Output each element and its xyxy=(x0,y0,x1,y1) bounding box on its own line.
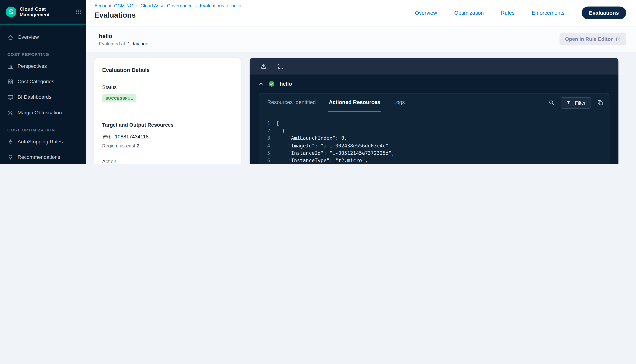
svg-text:aws: aws xyxy=(103,134,110,138)
line-content: "AmiLaunchIndex": 0, xyxy=(276,134,347,142)
line-content: [ xyxy=(276,120,279,127)
copy-icon[interactable] xyxy=(597,100,603,106)
code-line: 1[ xyxy=(261,120,609,127)
evaluation-output-panel: hello Resources Identified Actioned Reso… xyxy=(250,58,618,164)
sidebar-item-cost-categories[interactable]: Cost Categories xyxy=(0,74,86,89)
code-body: hello Resources Identified Actioned Reso… xyxy=(250,74,618,164)
percent-icon xyxy=(7,110,14,116)
nav-overview[interactable]: Overview xyxy=(415,10,437,16)
filter-label: Filter xyxy=(575,100,585,106)
breadcrumb: Account: CCM-NG › Cloud Asset Governance… xyxy=(94,3,241,8)
line-content: "InstanceType": "t2.micro", xyxy=(276,157,368,164)
fullscreen-icon[interactable] xyxy=(277,63,284,70)
app-window: Cloud Cost Management Overview COST REPO… xyxy=(0,0,636,164)
status-badge: SUCCESSFUL xyxy=(102,94,136,102)
evaluation-result-header: hello xyxy=(250,74,618,87)
success-check-icon xyxy=(268,81,274,87)
line-number: 2 xyxy=(261,127,276,134)
line-content: { xyxy=(276,127,285,134)
bar-chart-icon xyxy=(7,63,14,69)
content-area: Evaluation Details Status SUCCESSFUL Tar… xyxy=(86,53,636,164)
module-grid-icon[interactable] xyxy=(76,9,81,15)
home-icon xyxy=(7,34,14,40)
line-content: "InstanceId": "i-00512145e7372325d", xyxy=(276,149,394,157)
tabs-row: Resources Identified Actioned Resources … xyxy=(259,94,609,112)
external-link-icon xyxy=(615,36,621,42)
status-label: Status xyxy=(102,84,233,90)
evaluation-title-block: hello Evaluated at: 1 day ago xyxy=(99,32,148,46)
lightbulb-icon xyxy=(7,154,14,160)
sidebar-item-autostopping-rules[interactable]: AutoStopping Rules xyxy=(0,134,86,149)
code-line: 4 "ImageId": "ami-002438e556dd03e4c", xyxy=(261,142,609,149)
evaluation-name: hello xyxy=(99,32,148,39)
code-line: 2 { xyxy=(261,127,609,134)
open-rule-editor-button[interactable]: Open in Rule Editor xyxy=(560,33,626,46)
breadcrumb-separator-icon: › xyxy=(195,3,197,8)
download-icon[interactable] xyxy=(260,63,267,70)
collapse-chevron-icon[interactable] xyxy=(258,81,264,86)
tab-actioned-resources[interactable]: Actioned Resources xyxy=(328,94,381,112)
region-text: Region: us-east-2 xyxy=(102,144,233,148)
search-icon[interactable] xyxy=(549,100,555,106)
sidebar-item-margin-obfuscation[interactable]: Margin Obfuscation xyxy=(0,105,86,120)
sidebar-item-label: Overview xyxy=(18,34,39,40)
sidebar-group-cost-reporting: COST REPORTING xyxy=(7,52,86,56)
evaluation-details-card: Evaluation Details Status SUCCESSFUL Tar… xyxy=(94,58,241,164)
breadcrumb-separator-icon: › xyxy=(136,3,138,8)
nav-rules[interactable]: Rules xyxy=(501,10,515,16)
tab-actions: Filter xyxy=(549,97,603,108)
tab-resources-identified[interactable]: Resources Identified xyxy=(266,94,316,112)
sidebar-group-cost-optimization: COST OPTIMIZATION xyxy=(7,128,86,132)
breadcrumb-separator-icon: › xyxy=(227,3,228,8)
line-number: 4 xyxy=(261,142,276,149)
evaluated-at: Evaluated at: 1 day ago xyxy=(99,41,148,46)
code-lines[interactable]: 1[2 {3 "AmiLaunchIndex": 0,4 "ImageId": … xyxy=(259,112,609,164)
tab-logs[interactable]: Logs xyxy=(393,94,406,112)
code-line: 6 "InstanceType": "t2.micro", xyxy=(261,157,609,164)
sidebar-item-bi-dashboards[interactable]: BI Dashboards xyxy=(0,89,86,105)
account-id: 108817434118 xyxy=(115,134,149,140)
ccm-logo-icon xyxy=(6,6,16,17)
sidebar-header: Cloud Cost Management xyxy=(0,0,86,24)
line-number: 5 xyxy=(261,149,276,157)
open-rule-editor-label: Open in Rule Editor xyxy=(565,36,613,42)
sidebar-item-label: Margin Obfuscation xyxy=(18,110,62,116)
sidebar-item-label: Perspectives xyxy=(18,63,47,69)
code-toolbar xyxy=(250,58,618,74)
top-header: Account: CCM-NG › Cloud Asset Governance… xyxy=(86,0,636,26)
line-number: 6 xyxy=(261,157,276,164)
evaluated-at-label: Evaluated at: xyxy=(99,41,126,46)
account-row: aws 108817434118 xyxy=(102,134,233,140)
card-divider xyxy=(102,112,233,112)
resources-viewer-card: Resources Identified Actioned Resources … xyxy=(259,93,609,164)
line-number: 3 xyxy=(261,134,276,142)
app-title: Cloud Cost Management xyxy=(20,6,50,18)
line-number: 1 xyxy=(261,120,276,127)
evaluation-result-title: hello xyxy=(279,81,292,87)
sidebar-item-overview[interactable]: Overview xyxy=(0,30,86,45)
dashboard-icon xyxy=(7,94,14,100)
sidebar: Cloud Cost Management Overview COST REPO… xyxy=(0,0,86,164)
evaluated-at-value: 1 day ago xyxy=(128,41,148,46)
nav-enforcements[interactable]: Enforcements xyxy=(532,10,564,16)
card-title: Evaluation Details xyxy=(102,67,233,73)
sidebar-item-perspectives[interactable]: Perspectives xyxy=(0,58,86,74)
sidebar-item-label: Cost Categories xyxy=(18,79,54,84)
sidebar-item-recommendations[interactable]: Recommendations xyxy=(0,150,86,164)
sidebar-item-label: AutoStopping Rules xyxy=(18,139,63,144)
breadcrumb-evaluations[interactable]: Evaluations xyxy=(200,3,224,8)
code-line: 3 "AmiLaunchIndex": 0, xyxy=(261,134,609,142)
breadcrumb-hello[interactable]: hello xyxy=(231,3,241,8)
sidebar-item-label: BI Dashboards xyxy=(18,94,52,100)
nav-evaluations-active[interactable]: Evaluations xyxy=(582,6,626,19)
aws-logo-icon: aws xyxy=(102,134,112,140)
code-line: 5 "InstanceId": "i-00512145e7372325d", xyxy=(261,149,609,157)
sidebar-item-label: Recommendations xyxy=(18,154,60,160)
governance-tabs: Overview Optimization Rules Enforcements… xyxy=(415,6,626,19)
breadcrumb-cloud-asset-governance[interactable]: Cloud Asset Governance xyxy=(141,3,193,8)
bolt-icon xyxy=(7,138,14,145)
filter-button[interactable]: Filter xyxy=(561,97,591,108)
nav-optimization[interactable]: Optimization xyxy=(454,10,484,16)
sidebar-nav: Overview COST REPORTING Perspectives Cos… xyxy=(0,24,86,164)
breadcrumb-account[interactable]: Account: CCM-NG xyxy=(94,3,133,8)
